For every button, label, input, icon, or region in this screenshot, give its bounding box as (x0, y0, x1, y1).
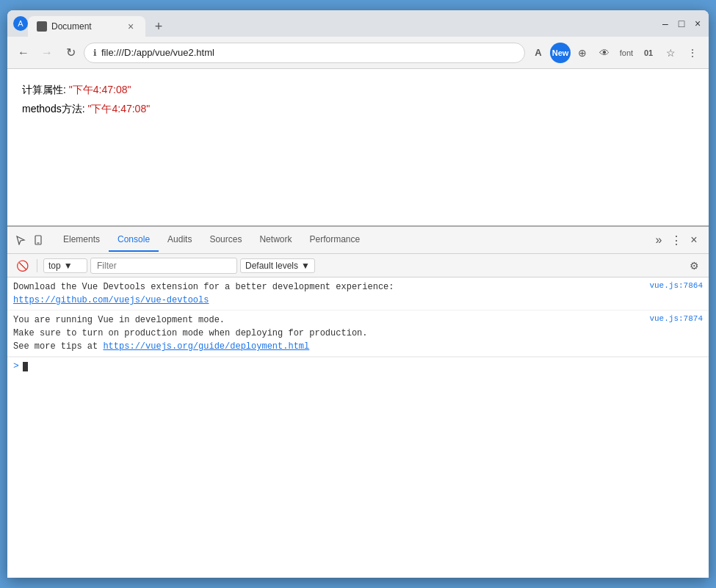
devtools-options-button[interactable]: ⋮ (668, 231, 685, 249)
console-output: Download the Vue Devtools extension for … (7, 277, 709, 578)
new-tab-button[interactable]: + (148, 16, 169, 37)
nav-actions: A New ⊕ 👁 font 01 ☆ ⋮ (528, 43, 703, 63)
computed-label: 计算属性: (22, 84, 69, 95)
minimize-button[interactable]: – (660, 18, 670, 29)
address-bar[interactable]: ℹ file:///D:/app/vue/vue2.html (84, 43, 525, 63)
tab-console[interactable]: Console (109, 228, 159, 252)
extra-button[interactable]: 01 (638, 43, 659, 63)
computed-value: "下午4:47:08" (69, 84, 131, 95)
vue-devtools-link[interactable]: https://github.com/vuejs/vue-devtools (13, 295, 209, 305)
devtools-mobile-icon[interactable] (31, 233, 46, 247)
tab-audits[interactable]: Audits (159, 228, 200, 252)
extensions-button[interactable]: ⊕ (572, 43, 593, 63)
levels-selector[interactable]: Default levels ▼ (240, 258, 315, 273)
font-icon: font (620, 48, 633, 57)
browser-window: A Document × + – □ × ← → ↻ ℹ f (7, 10, 709, 578)
tab-favicon (37, 21, 47, 32)
console-source-1[interactable]: vue.js:7864 (649, 281, 703, 290)
devtools-close-button[interactable]: × (685, 231, 703, 249)
devtools-toolbar: 🚫 top ▼ Default levels ▼ ⚙ (7, 254, 709, 277)
refresh-icon: ↻ (66, 46, 76, 59)
devtools-panel-icons (13, 233, 46, 247)
menu-button[interactable]: ⋮ (682, 43, 703, 63)
computed-property-line: 计算属性: "下午4:47:08" (22, 84, 694, 97)
console-input-row[interactable]: > (7, 357, 709, 374)
tab-performance[interactable]: Performance (300, 228, 369, 252)
tab-network[interactable]: Network (250, 228, 300, 252)
no-icon: 🚫 (16, 260, 29, 272)
close-button[interactable]: × (693, 18, 703, 29)
back-icon: ← (18, 46, 29, 59)
forward-icon: → (41, 46, 53, 59)
deployment-link[interactable]: https://vuejs.org/guide/deployment.html (103, 341, 309, 352)
console-text-1: Download the Vue Devtools extension for … (13, 280, 643, 307)
navbar: ← → ↻ ℹ file:///D:/app/vue/vue2.html A N… (7, 37, 709, 69)
console-input[interactable] (22, 360, 28, 371)
extensions-icon: ⊕ (578, 47, 587, 59)
window-action-controls: – □ × (660, 18, 703, 29)
console-source-2[interactable]: vue.js:7874 (649, 314, 703, 323)
profile-icon[interactable]: A (13, 16, 28, 31)
menu-icon: ⋮ (687, 47, 698, 59)
font-button[interactable]: font (616, 43, 637, 63)
titlebar: A Document × + – □ × (7, 10, 709, 37)
console-text-2: You are running Vue in development mode.… (13, 313, 643, 353)
window-controls: A (13, 16, 28, 31)
star-icon: ☆ (666, 47, 676, 59)
tab-title: Document (51, 21, 120, 32)
devtools-panel: Elements Console Audits Sources Network … (7, 225, 709, 578)
info-icon: ℹ (93, 48, 97, 58)
translate-icon: A (535, 47, 541, 58)
levels-label: Default levels (245, 261, 298, 271)
devtools-settings-button[interactable]: ⚙ (685, 257, 703, 275)
clear-console-button[interactable]: 🚫 (13, 257, 31, 275)
refresh-button[interactable]: ↻ (60, 43, 81, 63)
devtools-tabbar: Elements Console Audits Sources Network … (7, 227, 709, 254)
methods-line: methods方法: "下午4:47:08" (22, 103, 694, 116)
back-button[interactable]: ← (13, 43, 34, 63)
console-message-1: Download the Vue Devtools extension for … (7, 277, 709, 311)
tab-elements[interactable]: Elements (54, 228, 109, 252)
eye-button[interactable]: 👁 (594, 43, 615, 63)
levels-arrow: ▼ (301, 261, 310, 271)
devtools-more-button[interactable]: » (650, 231, 668, 249)
extensions-new-button[interactable]: New (550, 43, 571, 63)
page-content: 计算属性: "下午4:47:08" methods方法: "下午4:47:08" (7, 69, 709, 225)
tab-bar: Document × + (28, 10, 660, 37)
tab-close-button[interactable]: × (125, 21, 137, 32)
forward-button[interactable]: → (37, 43, 57, 63)
maximize-button[interactable]: □ (676, 18, 687, 29)
active-tab[interactable]: Document × (28, 16, 145, 37)
tab-sources[interactable]: Sources (200, 228, 250, 252)
url-text: file:///D:/app/vue/vue2.html (101, 47, 516, 58)
translate-button[interactable]: A (528, 43, 549, 63)
eye-icon: 👁 (599, 47, 610, 59)
context-selector[interactable]: top ▼ (43, 258, 87, 273)
context-arrow: ▼ (64, 261, 73, 271)
methods-value: "下午4:47:08" (87, 103, 150, 115)
extra-icon: 01 (644, 48, 653, 57)
methods-label: methods方法: (22, 103, 87, 115)
new-badge: New (552, 48, 569, 57)
filter-input[interactable] (90, 258, 237, 274)
console-message-2: You are running Vue in development mode.… (7, 311, 709, 357)
star-button[interactable]: ☆ (660, 43, 681, 63)
context-label: top (48, 261, 61, 271)
devtools-cursor-icon[interactable] (13, 233, 28, 247)
settings-icon: ⚙ (690, 260, 699, 272)
toolbar-divider (37, 259, 37, 272)
console-prompt: > (13, 360, 19, 371)
